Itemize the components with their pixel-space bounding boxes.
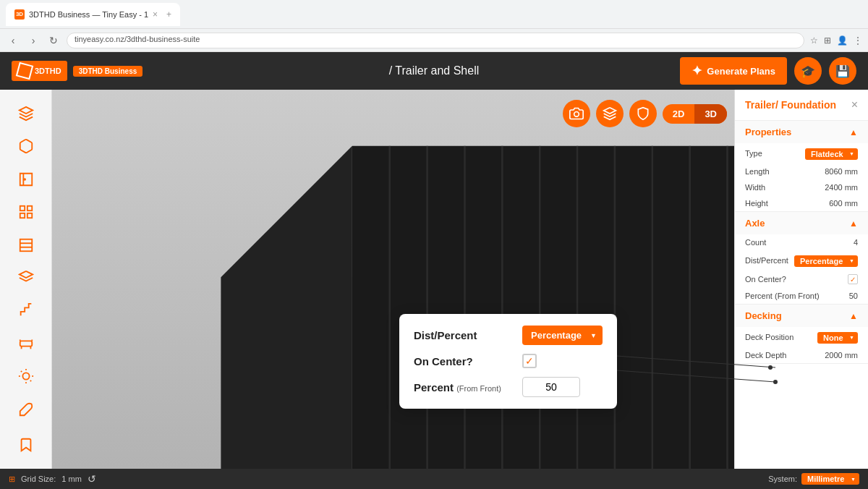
toolbar-paint[interactable] bbox=[10, 394, 42, 424]
view-2d-button[interactable]: 2D bbox=[663, 104, 695, 124]
menu-btn[interactable]: ⋮ bbox=[854, 35, 862, 46]
floppy-disk-icon: 💾 bbox=[835, 64, 850, 78]
type-dropdown-wrap: Flatdeck bbox=[805, 147, 858, 160]
grid-icon: ⊞ bbox=[9, 475, 15, 484]
properties-section: Properties ▲ Type Flatdeck Length 8060 m… bbox=[735, 121, 868, 212]
decking-section: Decking ▲ Deck Position None Deck Depth … bbox=[735, 305, 868, 364]
view-3d-button[interactable]: 3D bbox=[694, 104, 727, 124]
svg-line-16 bbox=[20, 371, 21, 372]
axle-dist-row: Dist/Percent Percentage Distance bbox=[735, 250, 868, 271]
status-bar: ⊞ Grid Size: 1 mm ↺ System: Millimetre I… bbox=[0, 469, 868, 489]
app-header: 3DTHD 3DTHD Business / Trailer and Shell… bbox=[0, 52, 868, 90]
popup-percent-label: Percent (From Front) bbox=[414, 381, 515, 394]
axle-percent-value: 50 bbox=[849, 292, 858, 300]
new-tab-btn[interactable]: + bbox=[166, 9, 171, 20]
popup-on-center-checkbox[interactable] bbox=[522, 354, 537, 368]
deck-depth-value: 2000 mm bbox=[825, 351, 858, 360]
height-label: Height bbox=[745, 199, 768, 208]
deck-position-dropdown-wrap: None bbox=[817, 331, 858, 344]
length-value: 8060 mm bbox=[825, 167, 858, 176]
axle-dist-label: Dist/Percent bbox=[745, 256, 788, 265]
width-row: Width 2400 mm bbox=[735, 179, 868, 195]
right-panel: Trailer/ Foundation × Properties ▲ Type … bbox=[734, 90, 868, 469]
axle-toggle[interactable]: ▲ bbox=[849, 218, 858, 229]
decking-section-header: Decking ▲ bbox=[735, 305, 868, 327]
system-dropdown[interactable]: Millimetre Inch bbox=[801, 473, 859, 485]
grid-reset-button[interactable]: ↺ bbox=[88, 473, 96, 485]
toolbar-furniture[interactable] bbox=[10, 328, 42, 358]
tab-favicon: 3D bbox=[14, 9, 25, 20]
svg-rect-2 bbox=[27, 206, 31, 211]
length-row: Length 8060 mm bbox=[735, 163, 868, 179]
toolbar-panel[interactable] bbox=[10, 230, 42, 260]
save-button[interactable]: 💾 bbox=[829, 57, 856, 85]
popup-dist-percent-dropdown[interactable]: Percentage Distance bbox=[522, 326, 603, 345]
popup-dist-percent-label: Dist/Percent bbox=[414, 329, 515, 341]
width-label: Width bbox=[745, 183, 765, 192]
svg-rect-1 bbox=[20, 206, 24, 211]
deck-position-dropdown[interactable]: None bbox=[817, 332, 858, 344]
toolbar-door[interactable] bbox=[10, 164, 42, 194]
tab-close-btn[interactable]: × bbox=[153, 9, 158, 20]
generate-plans-button[interactable]: ✦ Generate Plans bbox=[680, 57, 787, 85]
axle-center-checkbox[interactable] bbox=[848, 274, 858, 284]
extensions-btn[interactable]: ⊞ bbox=[824, 35, 831, 46]
popup-row-percent: Percent (From Front) bbox=[414, 377, 603, 397]
axle-center-row: On Center? bbox=[735, 271, 868, 288]
camera-view-button[interactable] bbox=[563, 100, 590, 127]
header-actions: ✦ Generate Plans 🎓 💾 bbox=[680, 57, 856, 85]
axle-section: Axle ▲ Count 4 Dist/Percent Percentage D… bbox=[735, 212, 868, 305]
popup-row-on-center: On Center? bbox=[414, 354, 603, 368]
url-field[interactable]: tinyeasy.co.nz/3dthd-business-suite bbox=[67, 33, 804, 48]
toolbar-light[interactable] bbox=[10, 362, 42, 391]
user-profile-btn[interactable]: 👤 bbox=[837, 35, 848, 46]
reload-btn[interactable]: ↻ bbox=[46, 35, 61, 46]
system-label: System: bbox=[768, 475, 797, 483]
width-value: 2400 mm bbox=[825, 183, 858, 192]
panel-title: Trailer/ Foundation bbox=[745, 99, 836, 111]
deck-position-label: Deck Position bbox=[745, 333, 793, 341]
toolbar-stairs[interactable] bbox=[10, 296, 42, 326]
axle-center-label: On Center? bbox=[745, 275, 786, 284]
tutorial-button[interactable]: 🎓 bbox=[794, 57, 822, 85]
logo-3dthd: 3DTHD bbox=[12, 61, 67, 81]
svg-line-17 bbox=[30, 380, 30, 381]
properties-title: Properties bbox=[745, 127, 791, 137]
panel-header: Trailer/ Foundation × bbox=[735, 90, 868, 121]
properties-section-header: Properties ▲ bbox=[735, 121, 868, 143]
axle-dist-dropdown[interactable]: Percentage Distance bbox=[794, 255, 858, 267]
view-mode-toggle[interactable]: 2D 3D bbox=[663, 104, 727, 124]
layers-view-button[interactable] bbox=[596, 100, 624, 127]
plus-icon: ✦ bbox=[692, 63, 702, 79]
panel-close-button[interactable]: × bbox=[851, 98, 858, 111]
decking-toggle[interactable]: ▲ bbox=[849, 311, 858, 321]
properties-toggle[interactable]: ▲ bbox=[849, 127, 858, 137]
toolbar-bookmark[interactable] bbox=[10, 430, 42, 460]
axle-count-label: Count bbox=[745, 238, 766, 247]
type-label: Type bbox=[745, 149, 762, 158]
type-dropdown[interactable]: Flatdeck bbox=[805, 148, 858, 160]
toolbar-layers[interactable] bbox=[10, 98, 42, 128]
browser-tab[interactable]: 3D 3DTHD Business — Tiny Easy - 1 × + bbox=[6, 3, 180, 26]
axle-count-row: Count 4 bbox=[735, 234, 868, 250]
forward-btn[interactable]: › bbox=[26, 35, 41, 46]
height-row: Height 600 mm bbox=[735, 195, 868, 211]
toolbar-grid[interactable] bbox=[10, 197, 42, 226]
logo-cube-icon bbox=[16, 62, 33, 80]
axle-count-value: 4 bbox=[854, 238, 858, 247]
popup-percent-input[interactable] bbox=[522, 377, 580, 397]
app-container: 3DTHD 3DTHD Business / Trailer and Shell… bbox=[0, 52, 868, 489]
toolbar-stack[interactable] bbox=[10, 263, 42, 292]
toolbar-cube[interactable] bbox=[10, 131, 42, 161]
back-btn[interactable]: ‹ bbox=[6, 35, 20, 46]
axle-percent-label: Percent (From Front) bbox=[745, 292, 820, 300]
logo-business: 3DTHD Business bbox=[73, 66, 143, 77]
tab-label: 3DTHD Business — Tiny Easy - 1 bbox=[29, 10, 148, 19]
settings-view-button[interactable] bbox=[629, 100, 657, 127]
bookmark-star[interactable]: ☆ bbox=[810, 35, 818, 46]
system-area: System: Millimetre Inch bbox=[768, 473, 859, 485]
grid-size-value: 1 mm bbox=[61, 475, 82, 483]
axle-percent-row: Percent (From Front) 50 bbox=[735, 288, 868, 304]
left-toolbar bbox=[0, 90, 52, 469]
popup-row-dist-percent: Dist/Percent Percentage Distance bbox=[414, 326, 603, 345]
